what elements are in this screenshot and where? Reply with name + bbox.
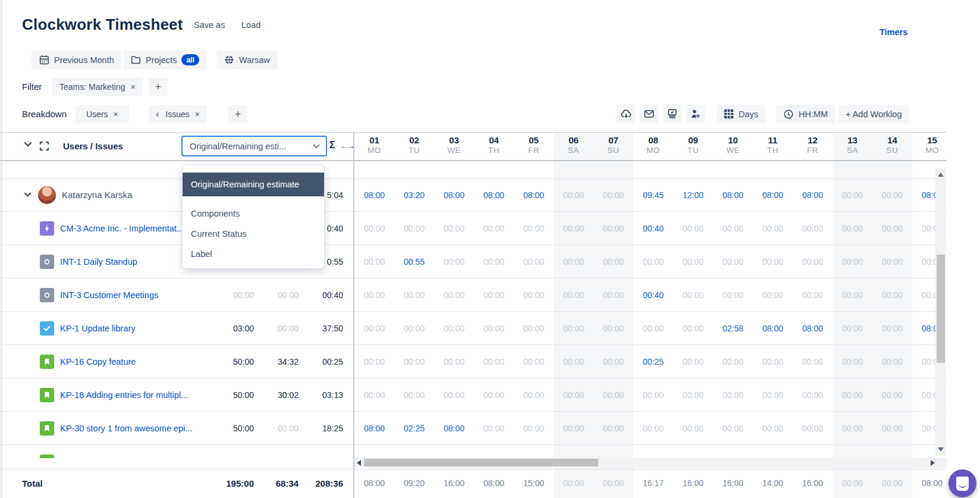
issue-link[interactable]: KP-30 story 1 from awesome epi... <box>60 424 217 433</box>
worklog-cell-empty[interactable]: 00:00 <box>872 312 912 345</box>
worklog-cell[interactable]: 08:00 <box>753 312 793 345</box>
worklog-cell[interactable]: 08:00 <box>793 312 833 345</box>
worklog-cell[interactable]: 08:00 <box>354 412 394 445</box>
worklog-cell[interactable]: 08:00 <box>753 178 793 212</box>
worklog-cell-empty[interactable]: 00:00 <box>793 278 833 312</box>
remove-filter-icon[interactable]: × <box>130 82 135 92</box>
worklog-cell-empty[interactable]: 00:00 <box>354 278 394 312</box>
menu-option-components[interactable]: Components <box>183 203 324 224</box>
worklog-cell-empty[interactable]: 00:00 <box>872 345 912 378</box>
worklog-cell-empty[interactable]: 00:00 <box>514 412 554 445</box>
worklog-cell-empty[interactable]: 00:00 <box>673 278 713 312</box>
worklog-cell-empty[interactable]: 00:00 <box>872 245 912 278</box>
worklog-cell-empty[interactable]: 00:00 <box>633 378 673 412</box>
worklog-cell-empty[interactable]: 00:00 <box>673 345 713 378</box>
worklog-cell[interactable]: 09:45 <box>633 178 673 212</box>
remove-issues-breakdown-icon[interactable]: × <box>195 109 200 119</box>
worklog-cell-empty[interactable]: 00:00 <box>354 378 394 412</box>
worklog-cell-empty[interactable]: 00:00 <box>833 378 872 412</box>
worklog-cell-empty[interactable]: 00:00 <box>872 378 912 412</box>
worklog-cell-empty[interactable]: 00:00 <box>753 278 793 312</box>
worklog-cell-empty[interactable]: 00:00 <box>872 212 912 245</box>
worklog-cell-empty[interactable]: 00:00 <box>833 412 872 445</box>
worklog-cell-empty[interactable]: 00:00 <box>753 212 793 245</box>
worklog-cell-empty[interactable]: 00:00 <box>673 378 713 412</box>
worklog-cell-empty[interactable]: 00:00 <box>354 345 394 378</box>
issue-link[interactable]: KP-1 Update library <box>60 324 217 333</box>
issue-link[interactable]: KP-18 Adding entries for multipl... <box>60 390 217 400</box>
worklog-cell[interactable]: 00:55 <box>394 245 434 278</box>
worklog-cell-empty[interactable]: 00:00 <box>434 345 474 378</box>
worklog-cell[interactable]: 08:00 <box>434 178 474 212</box>
worklog-cell-empty[interactable]: 00:00 <box>394 312 434 345</box>
worklog-cell[interactable]: 02:58 <box>713 312 753 345</box>
save-as-link[interactable]: Save as <box>194 20 225 30</box>
worklog-cell[interactable]: 08:00 <box>434 412 474 445</box>
scroll-right-icon[interactable] <box>931 460 935 466</box>
worklog-cell[interactable]: 00:40 <box>633 278 673 312</box>
worklog-cell-empty[interactable]: 00:00 <box>673 412 713 445</box>
worklog-cell-empty[interactable]: 00:00 <box>514 345 554 378</box>
worklog-cell-empty[interactable]: 00:00 <box>593 212 633 245</box>
worklog-cell-empty[interactable]: 00:00 <box>554 412 593 445</box>
horizontal-scrollbar-thumb[interactable] <box>364 459 598 466</box>
worklog-cell-empty[interactable]: 00:00 <box>434 378 474 412</box>
worklog-cell-empty[interactable]: 00:00 <box>633 412 673 445</box>
scroll-left-icon[interactable] <box>357 460 361 466</box>
worklog-cell[interactable]: 08:00 <box>474 178 514 212</box>
breakdown-chip-issues[interactable]: ‹ Issues × <box>149 105 207 123</box>
time-format-button[interactable]: HH:MM <box>776 105 835 123</box>
worklog-cell[interactable]: 00:40 <box>633 212 673 245</box>
expand-icon[interactable] <box>39 141 49 151</box>
worklog-cell-empty[interactable]: 00:00 <box>474 245 514 278</box>
worklog-cell-empty[interactable]: 00:00 <box>833 212 872 245</box>
collapse-all-icon[interactable] <box>24 142 32 148</box>
worklog-cell[interactable]: 03:20 <box>394 178 434 212</box>
worklog-cell-empty[interactable]: 00:00 <box>753 245 793 278</box>
worklog-cell-empty[interactable]: 00:00 <box>514 378 554 412</box>
worklog-cell-empty[interactable]: 00:00 <box>554 345 593 378</box>
menu-option-label[interactable]: Label <box>183 244 324 264</box>
worklog-cell[interactable]: 08:00 <box>713 178 753 212</box>
worklog-cell-empty[interactable]: 00:00 <box>713 212 753 245</box>
scroll-up-icon[interactable] <box>938 173 944 177</box>
move-breakdown-left-icon[interactable]: ‹ <box>156 109 159 120</box>
worklog-cell-empty[interactable]: 00:00 <box>633 312 673 345</box>
worklog-cell-empty[interactable]: 00:00 <box>713 378 753 412</box>
worklog-cell-empty[interactable]: 00:00 <box>593 412 633 445</box>
worklog-cell-empty[interactable]: 00:00 <box>434 245 474 278</box>
worklog-cell-empty[interactable]: 00:00 <box>554 278 593 312</box>
worklog-cell-empty[interactable]: 00:00 <box>394 278 434 312</box>
worklog-cell-empty[interactable]: 00:00 <box>713 278 753 312</box>
view-mode-button[interactable]: Days <box>717 105 765 123</box>
worklog-cell[interactable]: 02:25 <box>394 412 434 445</box>
worklog-cell[interactable]: 00:25 <box>633 345 673 378</box>
worklog-cell-empty[interactable]: 00:00 <box>554 178 593 212</box>
menu-option-current-status[interactable]: Current Status <box>183 224 324 244</box>
worklog-cell-empty[interactable]: 00:00 <box>554 378 593 412</box>
worklog-cell-empty[interactable]: 00:00 <box>593 278 633 312</box>
worklog-cell-empty[interactable]: 00:00 <box>474 212 514 245</box>
worklog-cell-empty[interactable]: 00:00 <box>514 245 554 278</box>
worklog-cell-empty[interactable]: 00:00 <box>354 212 394 245</box>
worklog-cell-empty[interactable]: 00:00 <box>793 345 833 378</box>
issue-link[interactable]: INT-3 Customer Meetings <box>60 290 217 300</box>
worklog-cell-empty[interactable]: 00:00 <box>713 345 753 378</box>
worklog-cell-empty[interactable]: 00:00 <box>474 345 514 378</box>
worklog-cell-empty[interactable]: 00:00 <box>673 245 713 278</box>
worklog-cell-empty[interactable]: 00:00 <box>474 412 514 445</box>
worklog-cell-empty[interactable]: 00:00 <box>833 178 872 212</box>
worklog-cell-empty[interactable]: 00:00 <box>434 278 474 312</box>
timers-link[interactable]: Timers <box>880 27 907 37</box>
worklog-cell-empty[interactable]: 00:00 <box>793 212 833 245</box>
worklog-cell-empty[interactable]: 00:00 <box>872 178 912 212</box>
period-button[interactable]: Previous Month <box>32 51 122 69</box>
scroll-down-icon[interactable] <box>938 447 944 452</box>
worklog-cell-empty[interactable]: 00:00 <box>833 245 872 278</box>
add-filter-button[interactable]: + <box>149 78 168 96</box>
worklog-cell-empty[interactable]: 00:00 <box>514 212 554 245</box>
worklog-cell-empty[interactable]: 00:00 <box>474 278 514 312</box>
worklog-cell-empty[interactable]: 00:00 <box>793 412 833 445</box>
worklog-cell[interactable]: 08:00 <box>793 178 833 212</box>
worklog-cell-empty[interactable]: 00:00 <box>793 378 833 412</box>
